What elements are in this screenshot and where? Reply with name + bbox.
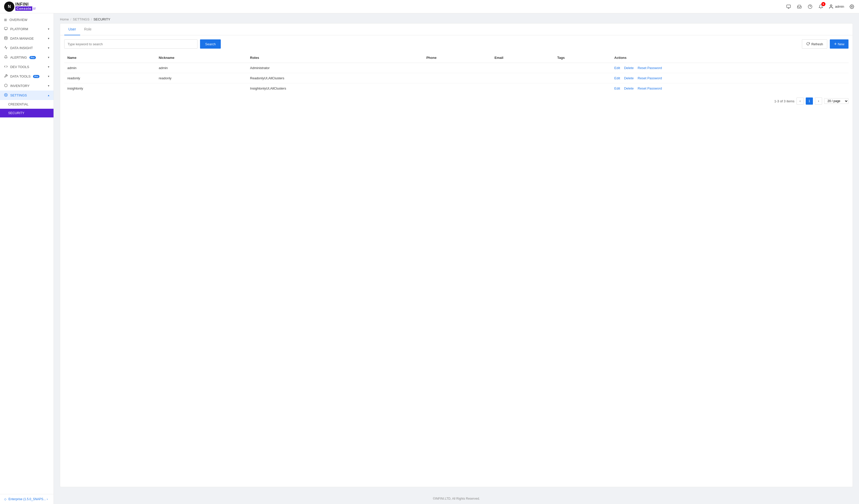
breadcrumb-home[interactable]: Home [60,17,69,21]
content-card: User Role Search Refresh + [60,23,853,487]
sidebar-item-inventory[interactable]: INVENTORY ▾ [0,81,54,91]
inbox-icon[interactable] [796,4,802,10]
per-page-select[interactable]: 20 / page 50 / page 100 / page [824,98,848,104]
notification-badge: 9 [822,2,826,6]
svg-point-5 [5,36,7,37]
pagination-page-1[interactable]: 1 [806,97,813,105]
sidebar-item-platform[interactable]: PLATFORM ▾ [0,24,54,34]
delete-link[interactable]: Delete [624,66,634,70]
reset-password-link[interactable]: Reset Password [638,76,662,80]
data-manage-icon [4,36,8,41]
tab-user[interactable]: User [64,23,80,35]
data-insight-icon [4,46,8,50]
notification-icon[interactable]: 9 [818,4,824,10]
sidebar-item-data-tools[interactable]: DATA TOOLS Pro ▾ [0,72,54,81]
cell-nickname: readonly [156,73,247,83]
logo-text: INFINI Console /// [15,2,35,11]
col-nickname: Nickname [156,53,247,63]
chevron-down-icon: ▾ [48,56,49,59]
logo-console: Console [15,6,32,11]
sidebar-item-security[interactable]: SECURITY [0,109,54,117]
edit-link[interactable]: Edit [614,66,620,70]
pagination: 1-3 of 3 items ‹ 1 › 20 / page 50 / page… [60,93,853,109]
breadcrumb-settings[interactable]: SETTINGS [73,17,89,21]
sidebar-item-credential[interactable]: CREDENTIAL [0,100,54,109]
sidebar-item-label: DATA INSIGHT [10,46,33,50]
layout: ⊞ OVERVIEW PLATFORM ▾ DATA MANAGE ▾ [0,13,859,504]
edit-link[interactable]: Edit [614,76,620,80]
sidebar-footer[interactable]: ◇ Enterprise (1.5.0_SNAPS... › [0,494,54,504]
cell-nickname: admin [156,63,247,73]
help-icon[interactable] [807,4,813,10]
delete-link[interactable]: Delete [624,86,634,90]
table-row: insightonly InsightonlyUI,AllClusters Ed… [64,83,848,94]
delete-link[interactable]: Delete [624,76,634,80]
sidebar-item-label: SETTINGS [10,93,27,97]
sidebar-item-data-insight[interactable]: DATA INSIGHT ▾ [0,43,54,53]
cell-roles: InsightonlyUI,AllClusters [247,83,423,94]
svg-rect-0 [786,5,790,8]
refresh-button[interactable]: Refresh [802,40,828,49]
sidebar-item-dev-tools[interactable]: DEV TOOLS ▾ [0,62,54,72]
data-tools-icon [4,74,8,79]
page-footer: ©INFINI.LTD, All Rights Reserved. [54,493,859,504]
cell-actions: Edit Delete Reset Password [611,83,848,94]
cell-phone [423,83,492,94]
reset-password-link[interactable]: Reset Password [638,86,662,90]
reset-password-link[interactable]: Reset Password [638,66,662,70]
sidebar-item-overview[interactable]: ⊞ OVERVIEW [0,15,54,24]
toolbar: Search Refresh + New [60,35,853,53]
sidebar: ⊞ OVERVIEW PLATFORM ▾ DATA MANAGE ▾ [0,13,54,504]
cell-tags [554,83,611,94]
sidebar-item-settings[interactable]: SETTINGS ▴ [0,91,54,100]
main-content: Home / SETTINGS / SECURITY User Role Sea… [54,13,859,504]
chevron-down-icon: ▾ [48,75,49,78]
cell-phone [423,73,492,83]
chevron-down-icon: ▾ [48,37,49,40]
cell-email [492,83,554,94]
new-button[interactable]: + New [830,40,848,49]
sidebar-item-alerting[interactable]: ALERTING Pro ▾ [0,53,54,62]
col-email: Email [492,53,554,63]
cell-actions: Edit Delete Reset Password [611,63,848,73]
cell-email [492,63,554,73]
logo-icon: N [4,2,14,12]
col-name: Name [64,53,156,63]
search-button[interactable]: Search [200,40,221,49]
cell-name: insightonly [64,83,156,94]
cell-tags [554,63,611,73]
svg-point-2 [830,5,832,6]
edit-link[interactable]: Edit [614,86,620,90]
breadcrumb-sep1: / [71,17,72,21]
settings-icon[interactable] [849,4,855,10]
col-actions: Actions [611,53,848,63]
col-roles: Roles [247,53,423,63]
sidebar-item-label: PLATFORM [10,27,28,31]
table-header-row: Name Nickname Roles Phone Email Tags Act… [64,53,848,63]
sidebar-item-label: ALERTING [10,56,27,59]
logo: N INFINI Console /// [4,2,35,12]
monitor-icon[interactable] [785,4,792,10]
pagination-summary: 1-3 of 3 items [774,99,795,103]
table-row: admin admin Administrator Edit Delete Re… [64,63,848,73]
col-phone: Phone [423,53,492,63]
cell-name: readonly [64,73,156,83]
sidebar-footer-label: Enterprise (1.5.0_SNAPS... › [9,497,48,501]
cell-roles: ReadonlyUI,AllClusters [247,73,423,83]
chevron-down-icon: ▾ [48,27,49,31]
pagination-prev[interactable]: ‹ [797,97,804,105]
admin-area[interactable]: admin [829,4,844,9]
sidebar-item-label: DATA MANAGE [10,36,34,41]
search-input[interactable] [64,40,197,49]
pagination-next[interactable]: › [815,97,822,105]
diamond-icon: ◇ [4,497,6,501]
chevron-down-icon: ▾ [48,65,49,68]
sidebar-item-data-manage[interactable]: DATA MANAGE ▾ [0,34,54,43]
settings-nav-icon [4,93,8,97]
cell-tags [554,73,611,83]
chevron-down-icon: ▾ [48,46,49,50]
plus-icon: + [834,42,837,46]
copyright: ©INFINI.LTD, All Rights Reserved. [433,497,480,500]
tab-role[interactable]: Role [80,23,96,35]
sidebar-nav: ⊞ OVERVIEW PLATFORM ▾ DATA MANAGE ▾ [0,13,54,494]
